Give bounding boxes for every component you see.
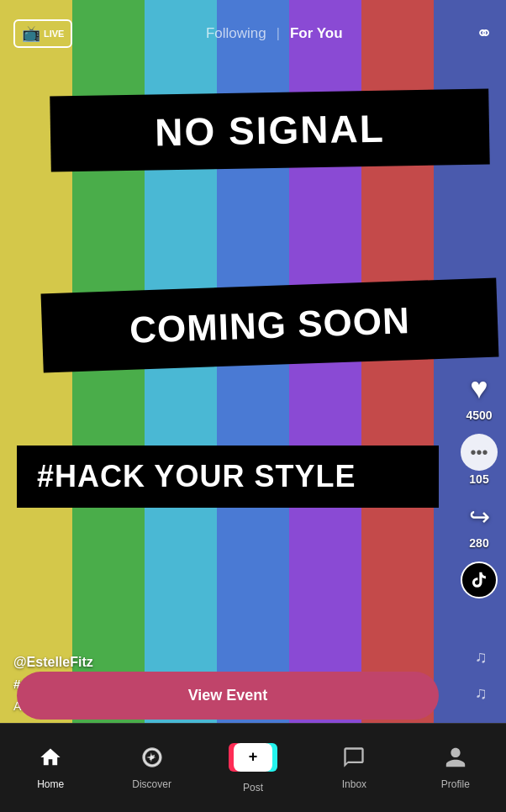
live-label: LIVE: [44, 29, 64, 39]
profile-label: Profile: [441, 778, 470, 790]
search-icon[interactable]: ⚭: [476, 22, 493, 45]
nav-home[interactable]: Home: [0, 746, 101, 790]
music-note-2: ♫: [475, 683, 488, 703]
post-plus-icon: +: [249, 748, 258, 766]
post-button[interactable]: +: [234, 743, 272, 772]
discover-icon: [140, 746, 164, 775]
nav-inbox[interactable]: Inbox: [303, 746, 404, 790]
tab-for-you[interactable]: For You: [280, 25, 353, 42]
tiktok-profile-action[interactable]: [461, 562, 498, 598]
nav-post[interactable]: + Post: [203, 743, 303, 794]
view-event-button[interactable]: View Event: [17, 672, 439, 720]
no-signal-banner: NO SIGNAL: [50, 88, 489, 171]
discover-label: Discover: [132, 778, 171, 790]
inbox-icon: [342, 746, 366, 775]
comment-count: 105: [469, 472, 488, 486]
right-actions: ♥ 4500 ••• 105 ↪ 280: [461, 370, 498, 604]
music-note-1: ♫: [475, 647, 488, 667]
coming-soon-text: COMING SOON: [66, 298, 472, 354]
bottom-nav: Home Discover + Post Inbox: [0, 723, 506, 812]
hack-text: #HACK YOUR STYLE: [37, 459, 419, 494]
nav-discover[interactable]: Discover: [101, 746, 202, 790]
like-count: 4500: [466, 409, 492, 422]
heart-icon[interactable]: ♥: [461, 370, 498, 407]
tab-following[interactable]: Following: [196, 25, 277, 42]
share-count: 280: [469, 536, 488, 550]
music-notes: ♫ ♫: [475, 647, 488, 703]
no-signal-text: NO SIGNAL: [76, 104, 465, 156]
coming-soon-banner: COMING SOON: [41, 278, 499, 373]
header: 📺 LIVE Following | For You ⚭: [0, 0, 506, 67]
tv-icon: 📺: [22, 24, 40, 43]
comment-icon[interactable]: •••: [461, 434, 498, 471]
share-icon[interactable]: ↪: [461, 498, 498, 535]
hack-banner: #HACK YOUR STYLE: [17, 446, 439, 508]
live-badge[interactable]: 📺 LIVE: [13, 19, 72, 48]
nav-profile[interactable]: Profile: [405, 746, 506, 790]
tiktok-profile-icon[interactable]: [461, 562, 498, 598]
comment-action[interactable]: ••• 105: [461, 434, 498, 486]
share-action[interactable]: ↪ 280: [461, 498, 498, 550]
username[interactable]: @EstelleFitz: [13, 655, 424, 670]
profile-icon: [444, 746, 467, 775]
like-action[interactable]: ♥ 4500: [461, 370, 498, 422]
home-label: Home: [37, 778, 64, 790]
nav-tabs: Following | For You: [196, 25, 353, 42]
home-icon: [39, 746, 62, 775]
post-label: Post: [243, 782, 263, 794]
inbox-label: Inbox: [342, 778, 366, 790]
